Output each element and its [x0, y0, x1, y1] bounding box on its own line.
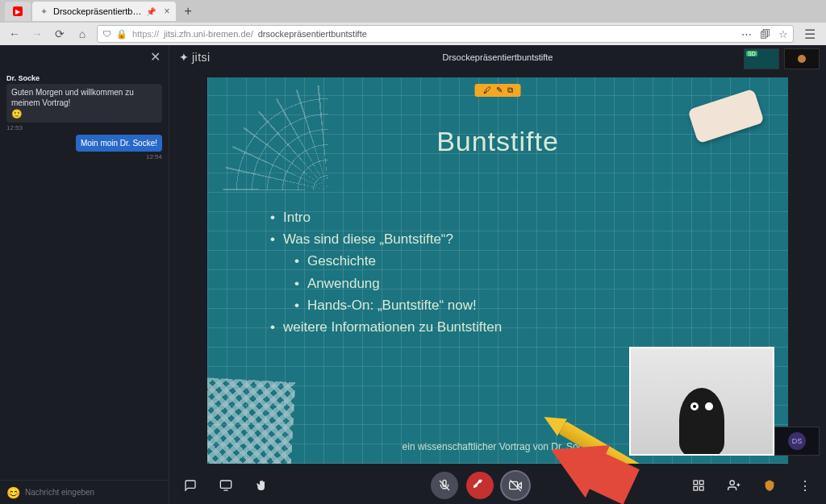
slide-toolbar-icon: ⧉ [507, 85, 513, 95]
thumbnail-self[interactable] [784, 48, 820, 69]
reader-view-icon[interactable]: 🗐 [760, 28, 770, 40]
security-button[interactable] [758, 474, 781, 497]
tab-strip: ▶ ✦ Drsockepräsentiertb… 📌 × + [0, 0, 826, 23]
slide-toolbar: 🖊 ✎ ⧉ [475, 84, 521, 97]
filmstrip-top: SD [744, 48, 820, 69]
url-bar-row: ← → ⟳ ⌂ 🛡 🔒 https:// jitsi.zfn.uni-breme… [0, 23, 826, 45]
quality-badge: SD [746, 51, 757, 56]
tile-view-button[interactable] [687, 474, 710, 497]
jitsi-logo: ✦ jitsi [179, 51, 211, 64]
jitsi-favicon-icon: ✦ [39, 6, 48, 16]
tab-title: Drsockepräsentiertb… [53, 6, 141, 16]
invite-button[interactable] [723, 474, 745, 497]
tab-jitsi[interactable]: ✦ Drsockepräsentiertb… 📌 × [32, 2, 176, 21]
chat-sender: Dr. Socke [6, 74, 162, 82]
more-actions-button[interactable]: ⋮ [794, 474, 816, 497]
page-actions-icon[interactable]: ⋯ [741, 28, 752, 40]
slide-bullet: weitere Informationen zu Buntstiften [270, 316, 683, 338]
chat-message-incoming: Dr. Socke Guten Morgen und willkommen zu… [6, 74, 162, 131]
chat-message-list[interactable]: Dr. Socke Guten Morgen und willkommen zu… [0, 68, 169, 480]
new-tab-button[interactable]: + [177, 4, 198, 19]
slide-toolbar-icon: 🖊 [483, 85, 491, 95]
slide-bullet: Geschichte [270, 250, 683, 272]
slide-bullet: Hands-On: „Buntstifte“ now! [270, 294, 683, 316]
chat-message-outgoing: Moin moin Dr. Socke! 12:54 [6, 135, 162, 160]
chat-header: ✕ [0, 45, 169, 68]
jitsi-logo-icon: ✦ [179, 51, 189, 64]
chat-input[interactable] [25, 488, 162, 497]
sock-puppet-avatar [679, 388, 724, 456]
participant-avatar: DS [788, 432, 806, 450]
svg-rect-5 [694, 481, 698, 485]
url-path: drsockepräsentiertbuntstifte [258, 29, 367, 39]
pin-icon: 📌 [146, 7, 156, 16]
toolbar-left-group [179, 474, 273, 497]
chat-input-row: 😊 [0, 480, 169, 504]
raise-hand-button[interactable] [250, 474, 273, 497]
hangup-button[interactable] [466, 472, 494, 499]
stage: ✦ jitsi Drsockepräsentiertbuntstifte SD … [169, 45, 826, 504]
chat-bubble: Moin moin Dr. Socke! [76, 135, 162, 152]
chat-toggle-button[interactable] [179, 474, 202, 497]
slide-bullet: Intro [270, 206, 683, 228]
slide-toolbar-icon: ✎ [496, 85, 503, 95]
url-bar[interactable]: 🛡 🔒 https:// jitsi.zfn.uni-bremen.de/ dr… [97, 25, 794, 43]
jitsi-app: ✕ Dr. Socke Guten Morgen und willkommen … [0, 45, 826, 504]
url-host: jitsi.zfn.uni-bremen.de/ [164, 29, 253, 39]
url-protocol: https:// [132, 29, 159, 39]
toolbar-right-group: ⋮ [687, 474, 816, 497]
chat-bubble: Guten Morgen und willkommen zu meinem Vo… [6, 84, 162, 123]
svg-point-9 [730, 481, 734, 485]
shield-icon: 🛡 [102, 29, 111, 39]
svg-rect-0 [220, 481, 231, 488]
reload-button[interactable]: ⟳ [52, 26, 68, 42]
back-button[interactable]: ← [6, 26, 23, 42]
slide-bullet: Was sind diese „Buntstifte“? [270, 228, 683, 250]
camera-toggle-button[interactable] [502, 472, 529, 499]
chat-panel: ✕ Dr. Socke Guten Morgen und willkommen … [0, 45, 169, 504]
mic-toggle-button[interactable] [431, 472, 458, 499]
chat-timestamp: 12:54 [6, 153, 162, 160]
jitsi-wordmark: jitsi [192, 51, 211, 64]
lock-icon: 🔒 [116, 29, 127, 40]
self-camera-pip[interactable] [629, 347, 774, 456]
chat-timestamp: 12:53 [6, 124, 162, 131]
slide-bullet-list: Intro Was sind diese „Buntstifte“? Gesch… [270, 206, 683, 338]
home-button[interactable]: ⌂ [74, 26, 90, 42]
svg-rect-7 [694, 486, 698, 490]
chat-text: Moin moin Dr. Socke! [81, 139, 157, 148]
svg-rect-6 [699, 481, 703, 485]
youtube-icon: ▶ [13, 6, 23, 16]
bookmark-icon[interactable]: ☆ [778, 28, 788, 40]
browser-menu-button[interactable]: ☰ [800, 27, 820, 42]
meeting-title: Drsockepräsentiertbuntstifte [169, 52, 826, 62]
emoji-picker-button[interactable]: 😊 [6, 486, 20, 499]
screenshare-button[interactable] [215, 474, 237, 497]
thumbnail-presentation[interactable]: SD [744, 48, 779, 69]
chat-emoji: 🙂 [11, 109, 23, 119]
tab-youtube-pinned[interactable]: ▶ [5, 2, 31, 21]
tab-close-icon[interactable]: × [164, 6, 169, 17]
jitsi-top-bar: ✦ jitsi Drsockepräsentiertbuntstifte [169, 45, 826, 69]
bottom-toolbar: ⋮ [169, 467, 826, 504]
toolbar-center-group [431, 472, 529, 499]
chat-close-button[interactable]: ✕ [150, 49, 161, 65]
browser-chrome: ▶ ✦ Drsockepräsentiertb… 📌 × + ← → ⟳ ⌂ 🛡… [0, 0, 826, 45]
slide-bullet: Anwendung [270, 273, 683, 294]
forward-button[interactable]: → [29, 26, 45, 42]
participant-tile-ds[interactable]: DS [774, 427, 820, 456]
svg-rect-8 [699, 486, 703, 490]
chat-text: Guten Morgen und willkommen zu meinem Vo… [11, 88, 134, 107]
